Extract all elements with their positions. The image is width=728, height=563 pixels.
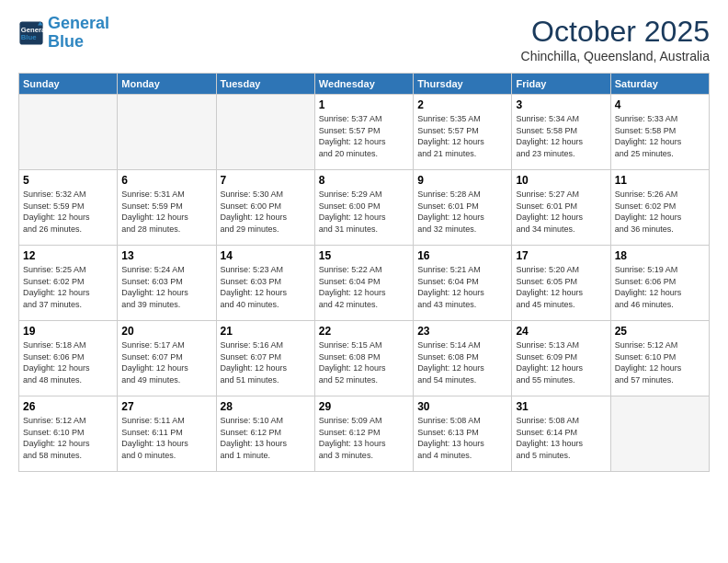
week-row-2: 12Sunrise: 5:25 AM Sunset: 6:02 PM Dayli… bbox=[19, 246, 710, 321]
weekday-header-tuesday: Tuesday bbox=[216, 74, 314, 95]
calendar-cell bbox=[216, 95, 314, 170]
logo: General Blue General Blue bbox=[18, 15, 109, 52]
calendar: SundayMondayTuesdayWednesdayThursdayFrid… bbox=[18, 73, 710, 472]
day-info: Sunrise: 5:30 AM Sunset: 6:00 PM Dayligh… bbox=[221, 189, 311, 235]
day-number: 15 bbox=[319, 249, 409, 262]
calendar-cell: 9Sunrise: 5:28 AM Sunset: 6:01 PM Daylig… bbox=[414, 170, 512, 246]
day-number: 19 bbox=[23, 325, 113, 338]
calendar-cell bbox=[118, 95, 216, 170]
day-number: 20 bbox=[121, 325, 211, 338]
day-info: Sunrise: 5:19 AM Sunset: 6:06 PM Dayligh… bbox=[615, 264, 705, 310]
weekday-header-monday: Monday bbox=[118, 74, 216, 95]
week-row-4: 26Sunrise: 5:12 AM Sunset: 6:10 PM Dayli… bbox=[19, 396, 710, 472]
calendar-cell: 30Sunrise: 5:08 AM Sunset: 6:13 PM Dayli… bbox=[414, 396, 512, 472]
logo-icon: General Blue bbox=[18, 20, 44, 46]
day-info: Sunrise: 5:18 AM Sunset: 6:06 PM Dayligh… bbox=[23, 339, 113, 385]
logo-line1: General bbox=[48, 14, 109, 32]
day-number: 22 bbox=[319, 325, 409, 338]
calendar-cell bbox=[610, 396, 709, 472]
day-number: 13 bbox=[121, 249, 211, 262]
svg-text:General: General bbox=[21, 25, 44, 33]
calendar-cell: 20Sunrise: 5:17 AM Sunset: 6:07 PM Dayli… bbox=[118, 321, 216, 396]
day-info: Sunrise: 5:16 AM Sunset: 6:07 PM Dayligh… bbox=[221, 339, 311, 385]
calendar-cell: 14Sunrise: 5:23 AM Sunset: 6:03 PM Dayli… bbox=[216, 246, 314, 321]
day-number: 30 bbox=[417, 400, 507, 413]
day-number: 1 bbox=[319, 98, 409, 111]
day-number: 16 bbox=[417, 249, 507, 262]
day-info: Sunrise: 5:32 AM Sunset: 5:59 PM Dayligh… bbox=[23, 189, 113, 235]
calendar-cell: 31Sunrise: 5:08 AM Sunset: 6:14 PM Dayli… bbox=[512, 396, 610, 472]
calendar-cell: 15Sunrise: 5:22 AM Sunset: 6:04 PM Dayli… bbox=[314, 246, 413, 321]
day-number: 7 bbox=[221, 174, 311, 187]
month-title: October 2025 bbox=[521, 15, 710, 49]
day-number: 3 bbox=[516, 98, 606, 111]
calendar-cell: 3Sunrise: 5:34 AM Sunset: 5:58 PM Daylig… bbox=[512, 95, 610, 170]
day-info: Sunrise: 5:33 AM Sunset: 5:58 PM Dayligh… bbox=[615, 113, 705, 159]
weekday-header-row: SundayMondayTuesdayWednesdayThursdayFrid… bbox=[19, 74, 710, 95]
week-row-1: 5Sunrise: 5:32 AM Sunset: 5:59 PM Daylig… bbox=[19, 170, 710, 246]
day-number: 2 bbox=[417, 98, 507, 111]
calendar-cell bbox=[19, 95, 118, 170]
calendar-cell: 5Sunrise: 5:32 AM Sunset: 5:59 PM Daylig… bbox=[19, 170, 118, 246]
day-number: 29 bbox=[319, 400, 409, 413]
day-number: 14 bbox=[221, 249, 311, 262]
day-number: 17 bbox=[516, 249, 606, 262]
day-info: Sunrise: 5:15 AM Sunset: 6:08 PM Dayligh… bbox=[319, 339, 409, 385]
day-info: Sunrise: 5:08 AM Sunset: 6:13 PM Dayligh… bbox=[417, 415, 507, 461]
calendar-cell: 23Sunrise: 5:14 AM Sunset: 6:08 PM Dayli… bbox=[414, 321, 512, 396]
calendar-cell: 28Sunrise: 5:10 AM Sunset: 6:12 PM Dayli… bbox=[216, 396, 314, 472]
calendar-cell: 27Sunrise: 5:11 AM Sunset: 6:11 PM Dayli… bbox=[118, 396, 216, 472]
calendar-cell: 7Sunrise: 5:30 AM Sunset: 6:00 PM Daylig… bbox=[216, 170, 314, 246]
day-info: Sunrise: 5:23 AM Sunset: 6:03 PM Dayligh… bbox=[221, 264, 311, 310]
day-info: Sunrise: 5:10 AM Sunset: 6:12 PM Dayligh… bbox=[221, 415, 311, 461]
day-info: Sunrise: 5:12 AM Sunset: 6:10 PM Dayligh… bbox=[23, 415, 113, 461]
weekday-header-sunday: Sunday bbox=[19, 74, 118, 95]
day-number: 4 bbox=[615, 98, 705, 111]
day-info: Sunrise: 5:34 AM Sunset: 5:58 PM Dayligh… bbox=[516, 113, 606, 159]
calendar-cell: 11Sunrise: 5:26 AM Sunset: 6:02 PM Dayli… bbox=[610, 170, 709, 246]
day-number: 6 bbox=[121, 174, 211, 187]
day-number: 21 bbox=[221, 325, 311, 338]
day-number: 10 bbox=[516, 174, 606, 187]
calendar-cell: 18Sunrise: 5:19 AM Sunset: 6:06 PM Dayli… bbox=[610, 246, 709, 321]
day-info: Sunrise: 5:24 AM Sunset: 6:03 PM Dayligh… bbox=[121, 264, 211, 310]
weekday-header-thursday: Thursday bbox=[414, 74, 512, 95]
day-number: 8 bbox=[319, 174, 409, 187]
logo-text: General Blue bbox=[48, 15, 109, 52]
day-info: Sunrise: 5:29 AM Sunset: 6:00 PM Dayligh… bbox=[319, 189, 409, 235]
calendar-cell: 24Sunrise: 5:13 AM Sunset: 6:09 PM Dayli… bbox=[512, 321, 610, 396]
day-number: 26 bbox=[23, 400, 113, 413]
day-info: Sunrise: 5:12 AM Sunset: 6:10 PM Dayligh… bbox=[615, 339, 705, 385]
calendar-cell: 21Sunrise: 5:16 AM Sunset: 6:07 PM Dayli… bbox=[216, 321, 314, 396]
day-number: 25 bbox=[615, 325, 705, 338]
day-number: 31 bbox=[516, 400, 606, 413]
calendar-cell: 16Sunrise: 5:21 AM Sunset: 6:04 PM Dayli… bbox=[414, 246, 512, 321]
day-info: Sunrise: 5:13 AM Sunset: 6:09 PM Dayligh… bbox=[516, 339, 606, 385]
day-info: Sunrise: 5:20 AM Sunset: 6:05 PM Dayligh… bbox=[516, 264, 606, 310]
day-info: Sunrise: 5:27 AM Sunset: 6:01 PM Dayligh… bbox=[516, 189, 606, 235]
day-info: Sunrise: 5:21 AM Sunset: 6:04 PM Dayligh… bbox=[417, 264, 507, 310]
day-info: Sunrise: 5:11 AM Sunset: 6:11 PM Dayligh… bbox=[121, 415, 211, 461]
day-info: Sunrise: 5:26 AM Sunset: 6:02 PM Dayligh… bbox=[615, 189, 705, 235]
header: General Blue General Blue October 2025 C… bbox=[18, 15, 710, 63]
calendar-cell: 13Sunrise: 5:24 AM Sunset: 6:03 PM Dayli… bbox=[118, 246, 216, 321]
calendar-cell: 17Sunrise: 5:20 AM Sunset: 6:05 PM Dayli… bbox=[512, 246, 610, 321]
day-info: Sunrise: 5:31 AM Sunset: 5:59 PM Dayligh… bbox=[121, 189, 211, 235]
day-info: Sunrise: 5:08 AM Sunset: 6:14 PM Dayligh… bbox=[516, 415, 606, 461]
calendar-cell: 25Sunrise: 5:12 AM Sunset: 6:10 PM Dayli… bbox=[610, 321, 709, 396]
calendar-cell: 1Sunrise: 5:37 AM Sunset: 5:57 PM Daylig… bbox=[314, 95, 413, 170]
day-info: Sunrise: 5:28 AM Sunset: 6:01 PM Dayligh… bbox=[417, 189, 507, 235]
day-number: 27 bbox=[121, 400, 211, 413]
day-info: Sunrise: 5:14 AM Sunset: 6:08 PM Dayligh… bbox=[417, 339, 507, 385]
calendar-cell: 12Sunrise: 5:25 AM Sunset: 6:02 PM Dayli… bbox=[19, 246, 118, 321]
day-info: Sunrise: 5:35 AM Sunset: 5:57 PM Dayligh… bbox=[417, 113, 507, 159]
day-info: Sunrise: 5:09 AM Sunset: 6:12 PM Dayligh… bbox=[319, 415, 409, 461]
weekday-header-saturday: Saturday bbox=[610, 74, 709, 95]
logo-line2: Blue bbox=[48, 32, 84, 51]
weekday-header-wednesday: Wednesday bbox=[314, 74, 413, 95]
day-number: 11 bbox=[615, 174, 705, 187]
day-number: 9 bbox=[417, 174, 507, 187]
subtitle: Chinchilla, Queensland, Australia bbox=[521, 49, 710, 63]
day-number: 23 bbox=[417, 325, 507, 338]
calendar-cell: 29Sunrise: 5:09 AM Sunset: 6:12 PM Dayli… bbox=[314, 396, 413, 472]
